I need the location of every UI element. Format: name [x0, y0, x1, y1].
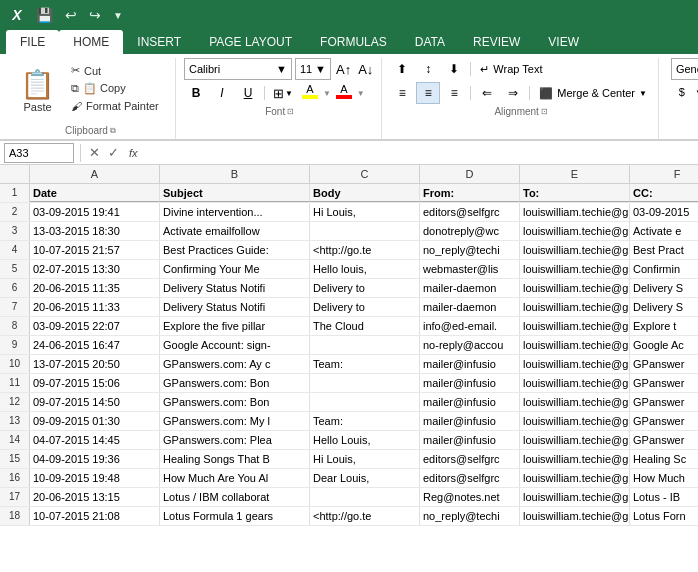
col-header-d[interactable]: D: [420, 165, 520, 183]
cut-button[interactable]: ✂ Cut: [67, 62, 167, 79]
font-color-button[interactable]: A: [333, 82, 355, 104]
data-cell[interactable]: Delivery S: [630, 279, 698, 297]
data-cell[interactable]: [310, 374, 420, 392]
italic-button[interactable]: I: [210, 82, 234, 104]
row-number-2[interactable]: 2: [0, 203, 30, 221]
merge-center-button[interactable]: ⬛ Merge & Center ▼: [534, 82, 652, 104]
data-cell[interactable]: GPanswer: [630, 355, 698, 373]
font-size-dropdown[interactable]: 11 ▼: [295, 58, 331, 80]
data-cell[interactable]: louiswilliam.techie@gmail.c: [520, 469, 630, 487]
data-cell[interactable]: no_reply@techi: [420, 507, 520, 525]
data-cell[interactable]: Healing Songs That B: [160, 450, 310, 468]
data-cell[interactable]: louiswilliam.techie@gmail.c: [520, 374, 630, 392]
font-name-dropdown[interactable]: Calibri ▼: [184, 58, 292, 80]
data-cell[interactable]: louiswilliam.techie@gmail.c: [520, 488, 630, 506]
row-number-14[interactable]: 14: [0, 431, 30, 449]
data-cell[interactable]: GPanswer: [630, 393, 698, 411]
data-cell[interactable]: 04-09-2015 19:36: [30, 450, 160, 468]
data-cell[interactable]: 20-06-2015 11:33: [30, 298, 160, 316]
data-cell[interactable]: Hello louis,: [310, 260, 420, 278]
data-cell[interactable]: louiswilliam.techie@gmail.c: [520, 355, 630, 373]
align-top-button[interactable]: ⬆: [390, 58, 414, 80]
data-cell[interactable]: Confirmin: [630, 260, 698, 278]
header-cell-cc[interactable]: CC:: [630, 184, 698, 202]
data-cell[interactable]: [310, 336, 420, 354]
fill-color-button[interactable]: A: [299, 82, 321, 104]
copy-button[interactable]: ⧉ 📋 Copy: [67, 80, 167, 97]
data-cell[interactable]: no-reply@accou: [420, 336, 520, 354]
data-cell[interactable]: mailer@infusio: [420, 393, 520, 411]
row-number-8[interactable]: 8: [0, 317, 30, 335]
data-cell[interactable]: Google Account: sign-: [160, 336, 310, 354]
redo-button[interactable]: ↪: [85, 5, 105, 25]
data-cell[interactable]: 13-07-2015 20:50: [30, 355, 160, 373]
data-cell[interactable]: 09-07-2015 14:50: [30, 393, 160, 411]
row-number-12[interactable]: 12: [0, 393, 30, 411]
tab-home[interactable]: HOME: [59, 30, 123, 54]
data-cell[interactable]: louiswilliam.techie@gmail.c: [520, 222, 630, 240]
data-cell[interactable]: louiswilliam.techie@gmail.c: [520, 336, 630, 354]
data-cell[interactable]: [310, 393, 420, 411]
align-left-button[interactable]: ≡: [390, 82, 414, 104]
data-cell[interactable]: Explore the five pillar: [160, 317, 310, 335]
data-cell[interactable]: GPanswer: [630, 431, 698, 449]
data-cell[interactable]: louiswilliam.techie@gmail.c: [520, 279, 630, 297]
clipboard-group-label[interactable]: Clipboard ⧉: [65, 123, 116, 139]
data-cell[interactable]: 04-07-2015 14:45: [30, 431, 160, 449]
bold-button[interactable]: B: [184, 82, 208, 104]
data-cell[interactable]: Delivery Status Notifi: [160, 298, 310, 316]
data-cell[interactable]: GPanswers.com: My l: [160, 412, 310, 430]
data-cell[interactable]: Divine intervention...: [160, 203, 310, 221]
font-group-label[interactable]: Font ⊡: [265, 104, 294, 120]
increase-indent-button[interactable]: ⇒: [501, 82, 525, 104]
data-cell[interactable]: Delivery to: [310, 298, 420, 316]
accounting-format-button[interactable]: $: [671, 82, 693, 102]
data-cell[interactable]: Best Practices Guide:: [160, 241, 310, 259]
data-cell[interactable]: mailer@infusio: [420, 374, 520, 392]
row-number-17[interactable]: 17: [0, 488, 30, 506]
data-cell[interactable]: Google Ac: [630, 336, 698, 354]
tab-review[interactable]: REVIEW: [459, 30, 534, 54]
row-number-16[interactable]: 16: [0, 469, 30, 487]
borders-button[interactable]: ⊞ ▼: [269, 82, 297, 104]
wrap-text-button[interactable]: ↵ Wrap Text: [475, 58, 547, 80]
data-cell[interactable]: louiswilliam.techie@gmail.c: [520, 450, 630, 468]
data-cell[interactable]: louiswilliam.techie@gmail.c: [520, 393, 630, 411]
formula-input[interactable]: [146, 143, 694, 163]
data-cell[interactable]: louiswilliam.techie@gmail.c: [520, 241, 630, 259]
tab-insert[interactable]: INSERT: [123, 30, 195, 54]
data-cell[interactable]: 24-06-2015 16:47: [30, 336, 160, 354]
row-number-6[interactable]: 6: [0, 279, 30, 297]
data-cell[interactable]: louiswilliam.techie@gmail.c: [520, 317, 630, 335]
data-cell[interactable]: louiswilliam.techie@gmail.c: [520, 412, 630, 430]
align-bottom-button[interactable]: ⬇: [442, 58, 466, 80]
data-cell[interactable]: How Much: [630, 469, 698, 487]
data-cell[interactable]: Lotus / IBM collaborat: [160, 488, 310, 506]
data-cell[interactable]: GPanswers.com: Ay c: [160, 355, 310, 373]
data-cell[interactable]: 02-07-2015 13:30: [30, 260, 160, 278]
data-cell[interactable]: 03-09-2015 22:07: [30, 317, 160, 335]
col-header-f[interactable]: F: [630, 165, 698, 183]
data-cell[interactable]: info@ed-email.: [420, 317, 520, 335]
decrease-indent-button[interactable]: ⇐: [475, 82, 499, 104]
tab-view[interactable]: VIEW: [534, 30, 593, 54]
data-cell[interactable]: Team:: [310, 355, 420, 373]
data-cell[interactable]: The Cloud: [310, 317, 420, 335]
data-cell[interactable]: 10-07-2015 21:08: [30, 507, 160, 525]
data-cell[interactable]: Lotus Forn: [630, 507, 698, 525]
data-cell[interactable]: louiswilliam.techie@gmail.c: [520, 507, 630, 525]
font-decrease-button[interactable]: A↓: [356, 61, 375, 78]
data-cell[interactable]: Hello Louis,: [310, 431, 420, 449]
row-number-18[interactable]: 18: [0, 507, 30, 525]
row-number-10[interactable]: 10: [0, 355, 30, 373]
col-header-b[interactable]: B: [160, 165, 310, 183]
data-cell[interactable]: Delivery Status Notifi: [160, 279, 310, 297]
font-increase-button[interactable]: A↑: [334, 61, 353, 78]
col-header-c[interactable]: C: [310, 165, 420, 183]
align-right-button[interactable]: ≡: [442, 82, 466, 104]
underline-button[interactable]: U: [236, 82, 260, 104]
data-cell[interactable]: [310, 488, 420, 506]
header-cell-subject[interactable]: Subject: [160, 184, 310, 202]
data-cell[interactable]: Reg@notes.net: [420, 488, 520, 506]
undo-button[interactable]: ↩: [61, 5, 81, 25]
